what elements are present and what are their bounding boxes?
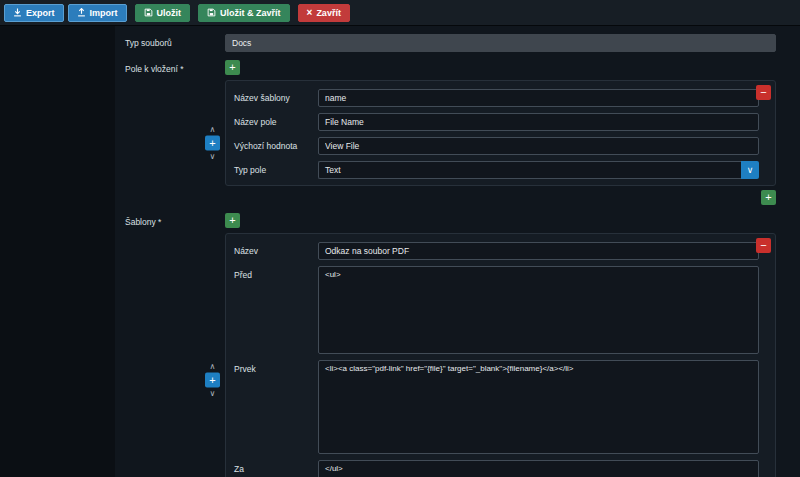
row-field-name: Název pole — [234, 113, 767, 131]
export-button-label: Export — [26, 8, 55, 18]
after-textarea[interactable]: </ul> — [318, 460, 759, 477]
before-textarea[interactable]: <ul> — [318, 266, 759, 354]
move-up-icon[interactable]: ∧ — [210, 125, 216, 133]
fields-group-reorder: ∧ + ∨ — [205, 125, 220, 160]
form-row-file-type: Typ souborů — [125, 34, 776, 52]
chevron-down-icon[interactable]: ∨ — [741, 161, 759, 179]
save-icon — [144, 8, 153, 17]
template-name-label: Název šablony — [234, 89, 318, 107]
toolbar: Export Import Uložit Uložit & Zavřít × Z… — [0, 0, 800, 26]
save-icon — [207, 8, 216, 17]
form-row-templates-group: Šablony * + ∧ + ∨ − Název — [125, 213, 776, 477]
save-button[interactable]: Uložit — [135, 4, 191, 22]
save-close-button-label: Uložit & Zavřít — [220, 8, 281, 18]
export-button[interactable]: Export — [4, 4, 64, 22]
insert-item-button[interactable]: + — [205, 373, 220, 388]
field-type-selected-value: Text — [318, 161, 741, 179]
form-row-fields-group: Pole k vložení * + ∧ + ∨ − Název šabl — [125, 60, 776, 205]
fields-group-add-bottom-button[interactable]: + — [761, 190, 776, 205]
fields-group-add-button[interactable]: + — [225, 60, 240, 75]
field-type-label: Typ pole — [234, 161, 318, 179]
sidebar — [0, 26, 115, 477]
insert-item-button[interactable]: + — [205, 135, 220, 150]
before-label: Před — [234, 266, 318, 354]
import-button[interactable]: Import — [68, 4, 127, 22]
save-button-label: Uložit — [157, 8, 182, 18]
template-title-label: Název — [234, 242, 318, 260]
templates-group-add-button[interactable]: + — [225, 213, 240, 228]
row-default-value: Výchozí hodnota — [234, 137, 767, 155]
file-type-label: Typ souborů — [125, 34, 225, 52]
templates-group-label: Šablony * — [125, 213, 225, 477]
templates-group-panel: − Název Před <ul> — [225, 233, 776, 477]
templates-group-reorder: ∧ + ∨ — [205, 363, 220, 398]
close-button[interactable]: × Zavřít — [298, 4, 350, 22]
field-name-input[interactable] — [318, 113, 759, 131]
row-template-name: Název šablony — [234, 89, 767, 107]
close-button-label: Zavřít — [316, 8, 341, 18]
field-name-label: Název pole — [234, 113, 318, 131]
fields-group-remove-button[interactable]: − — [756, 85, 771, 100]
default-value-label: Výchozí hodnota — [234, 137, 318, 155]
row-template-title: Název — [234, 242, 767, 260]
element-textarea[interactable]: <li><a class="pdf-link" href="{file}" ta… — [318, 360, 759, 454]
form-area: Typ souborů Pole k vložení * + ∧ + ∨ — [115, 26, 800, 477]
field-type-select[interactable]: Text ∨ — [318, 161, 759, 179]
template-name-input[interactable] — [318, 89, 759, 107]
upload-icon — [77, 8, 86, 17]
page-body: Typ souborů Pole k vložení * + ∧ + ∨ — [0, 26, 800, 477]
save-close-button[interactable]: Uložit & Zavřít — [198, 4, 290, 22]
template-title-input[interactable] — [318, 242, 759, 260]
fields-group-panel: − Název šablony Název pole — [225, 80, 776, 186]
close-icon: × — [307, 8, 313, 18]
move-down-icon[interactable]: ∨ — [210, 390, 216, 398]
templates-group-remove-button[interactable]: − — [756, 238, 771, 253]
row-after: Za </ul> — [234, 460, 767, 477]
move-up-icon[interactable]: ∧ — [210, 363, 216, 371]
import-button-label: Import — [90, 8, 118, 18]
row-element: Prvek <li><a class="pdf-link" href="{fil… — [234, 360, 767, 454]
after-label: Za — [234, 460, 318, 477]
file-type-input[interactable] — [225, 34, 776, 52]
templates-group-item: ∧ + ∨ − Název — [225, 233, 776, 477]
element-label: Prvek — [234, 360, 318, 454]
move-down-icon[interactable]: ∨ — [210, 152, 216, 160]
default-value-input[interactable] — [318, 137, 759, 155]
download-icon — [13, 8, 22, 17]
row-before: Před <ul> — [234, 266, 767, 354]
row-field-type: Typ pole Text ∨ — [234, 161, 767, 179]
fields-group-item: ∧ + ∨ − Název šablony — [225, 80, 776, 205]
